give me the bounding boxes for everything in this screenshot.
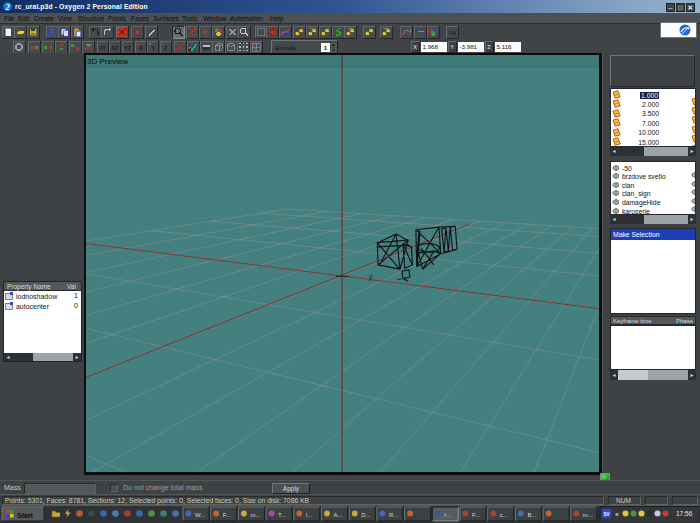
svg-text:F...: F... xyxy=(472,512,480,518)
svg-text:XZ: XZ xyxy=(112,45,118,51)
svg-text:YZ: YZ xyxy=(124,45,130,51)
svg-text:X: X xyxy=(413,44,417,50)
svg-text:X: X xyxy=(139,45,143,51)
svg-text:c...: c... xyxy=(500,512,508,518)
svg-text:Y: Y xyxy=(151,45,155,51)
svg-text:5.116: 5.116 xyxy=(497,43,513,50)
svg-text:UV: UV xyxy=(449,30,457,36)
svg-text:r...: r... xyxy=(444,512,451,518)
svg-text:17:56: 17:56 xyxy=(676,510,693,517)
svg-text:m...: m... xyxy=(250,512,260,518)
svg-text:SV: SV xyxy=(603,512,609,517)
svg-text:2: 2 xyxy=(4,2,10,12)
svg-text:W...: W... xyxy=(195,512,206,518)
svg-text:1.968: 1.968 xyxy=(423,43,439,50)
svg-text:A...: A... xyxy=(334,512,343,518)
svg-text:3D Preview: 3D Preview xyxy=(87,57,128,66)
svg-text:I...: I... xyxy=(306,512,313,518)
svg-text:T...: T... xyxy=(278,512,286,518)
svg-text:-3.981: -3.981 xyxy=(460,43,478,50)
svg-text:F...: F... xyxy=(223,512,231,518)
svg-text:«: « xyxy=(615,511,619,518)
svg-text:m...: m... xyxy=(583,512,593,518)
svg-text:Extrude: Extrude xyxy=(275,45,296,51)
svg-text:D...: D... xyxy=(361,512,371,518)
svg-text:Y: Y xyxy=(450,44,454,50)
svg-text:XY: XY xyxy=(99,45,106,51)
svg-text:B...: B... xyxy=(527,512,536,518)
svg-text:R...: R... xyxy=(389,512,399,518)
svg-text:y: y xyxy=(368,273,373,281)
svg-text:Start: Start xyxy=(17,512,34,519)
